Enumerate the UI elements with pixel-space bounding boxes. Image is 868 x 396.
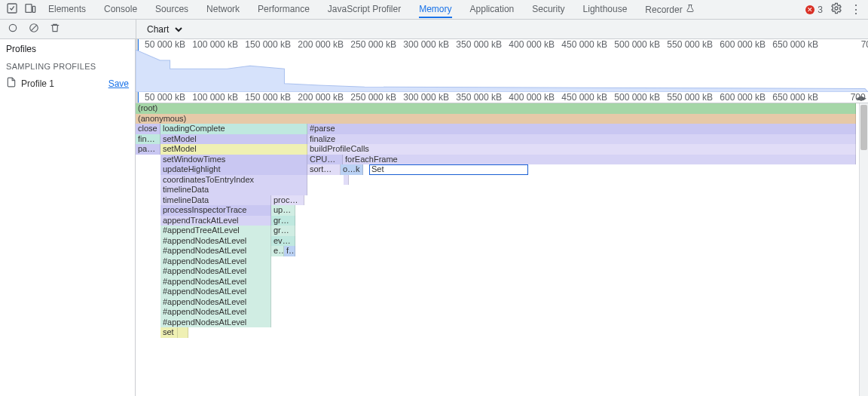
- error-badge[interactable]: ✕ 3: [805, 5, 823, 15]
- flame-row: setWindowTimesCPUP…delforEachFrame: [136, 155, 859, 165]
- ruler-tick: 70: [821, 39, 868, 50]
- flame-bar[interactable]: (anonymous): [136, 114, 856, 124]
- flame-bar[interactable]: buildProfileCalls: [307, 144, 856, 155]
- flame-row: timelineDataproc…ata: [136, 195, 859, 206]
- scrollbar-thumb[interactable]: [860, 105, 867, 150]
- vertical-scrollbar[interactable]: [859, 103, 868, 396]
- tab-sources[interactable]: Sources: [155, 1, 188, 18]
- flame-row: timelineData: [136, 185, 859, 195]
- profiles-sidebar: Profiles SAMPLING PROFILES Profile 1Save: [0, 39, 136, 396]
- flame-bar[interactable]: #appendNodesAtLevel: [160, 307, 271, 318]
- devtools-tabbar: ElementsConsoleSourcesNetworkPerformance…: [0, 0, 868, 20]
- flame-bar[interactable]: sort…ples: [307, 164, 341, 175]
- inspect-icon[interactable]: [6, 2, 18, 17]
- ruler-tick: 100 000 kB: [188, 92, 241, 103]
- flame-bar[interactable]: coordinatesToEntryIndex: [160, 175, 307, 186]
- flame-bar[interactable]: #appendNodesAtLevel: [160, 287, 271, 297]
- flame-row: #appendNodesAtLevel: [136, 307, 859, 318]
- flame-bar[interactable]: #appendNodesAtLevel: [160, 256, 271, 267]
- ruler-tick: 300 000 kB: [399, 39, 452, 50]
- clear-icon[interactable]: [29, 23, 39, 35]
- flame-bar[interactable]: #appendNodesAtLevel: [160, 297, 271, 308]
- flame-bar[interactable]: #appendTreeAtLevel: [160, 226, 271, 236]
- flame-bar[interactable]: processInspectorTrace: [160, 205, 271, 216]
- flame-row: #appendNodesAtLevel: [136, 266, 859, 277]
- flame-bar[interactable]: gro…ts: [271, 216, 295, 226]
- flame-bar[interactable]: #appendNodesAtLevel: [160, 318, 271, 328]
- ruler-tick: 300 000 kB: [399, 92, 452, 103]
- ruler-tick: 200 000 kB: [294, 39, 347, 50]
- flame-bar[interactable]: timelineData: [160, 185, 307, 195]
- ruler-tick: 400 000 kB: [505, 39, 558, 50]
- flame-bar[interactable]: CPUP…del: [307, 155, 343, 165]
- flame-bar[interactable]: timelineData: [160, 195, 271, 206]
- tab-elements[interactable]: Elements: [48, 1, 86, 18]
- record-icon[interactable]: [8, 23, 18, 35]
- device-toggle-icon[interactable]: [24, 2, 36, 17]
- flame-bar[interactable]: #appendNodesAtLevel: [160, 246, 271, 256]
- flame-bar[interactable]: proc…ata: [271, 195, 304, 206]
- profile-save-link[interactable]: Save: [108, 78, 129, 89]
- flame-bar[interactable]: f…r: [284, 246, 295, 256]
- error-count: 3: [818, 5, 823, 15]
- trash-icon[interactable]: [50, 23, 60, 35]
- flame-bar[interactable]: close: [136, 124, 160, 134]
- flame-bar[interactable]: o…k: [341, 164, 363, 175]
- flame-bar[interactable]: Set: [369, 164, 528, 175]
- flame-row: #appendNodesAtLevel: [136, 256, 859, 267]
- overview-graph[interactable]: [136, 50, 868, 92]
- ruler-tick: 600 000 kB: [716, 92, 769, 103]
- tab-recorder[interactable]: Recorder: [645, 1, 694, 18]
- sidebar-group: SAMPLING PROFILES: [0, 59, 135, 74]
- ruler-tick: 550 000 kB: [663, 92, 716, 103]
- flame-row: closeloadingComplete#parse: [136, 124, 859, 134]
- flame-bar[interactable]: #parse: [307, 124, 856, 134]
- flame-row: coordinatesToEntryIndex: [136, 175, 859, 186]
- tab-network[interactable]: Network: [206, 1, 240, 18]
- flame-bar[interactable]: updateHighlight: [160, 164, 307, 175]
- flame-bar[interactable]: setModel: [160, 134, 307, 145]
- flame-bar[interactable]: finalize: [307, 134, 856, 145]
- tab-console[interactable]: Console: [104, 1, 137, 18]
- gear-icon[interactable]: [830, 2, 842, 17]
- flame-bar[interactable]: setWindowTimes: [160, 155, 307, 165]
- tab-memory[interactable]: Memory: [419, 1, 451, 18]
- kebab-menu-icon[interactable]: ⋮: [850, 4, 862, 16]
- flame-bar[interactable]: #appendNodesAtLevel: [160, 277, 271, 287]
- memory-toolbar: Chart: [0, 20, 868, 39]
- flame-chart[interactable]: (root)(anonymous)closeloadingComplete#pa…: [136, 103, 859, 338]
- flame-bar[interactable]: ev…ew: [271, 236, 295, 247]
- flame-row: #appendTreeAtLevelgr…ew: [136, 226, 859, 236]
- flame-bar[interactable]: (root): [136, 103, 856, 114]
- profile-item[interactable]: Profile 1Save: [0, 74, 135, 93]
- flame-bar[interactable]: loadingComplete: [160, 124, 307, 134]
- tab-security[interactable]: Security: [532, 1, 564, 18]
- flame-bar[interactable]: setModel: [160, 144, 307, 155]
- flame-row: (root): [136, 103, 859, 114]
- tab-application[interactable]: Application: [470, 1, 515, 18]
- flame-bar[interactable]: fin…ce: [136, 134, 160, 145]
- flame-bar[interactable]: gr…ew: [271, 226, 295, 236]
- flame-bar[interactable]: #appendNodesAtLevel: [160, 266, 271, 277]
- tab-performance[interactable]: Performance: [258, 1, 310, 18]
- ruler-tick: 400 000 kB: [505, 92, 558, 103]
- tab-javascript-profiler[interactable]: JavaScript Profiler: [328, 1, 401, 18]
- flame-bar[interactable]: #appendNodesAtLevel: [160, 236, 271, 247]
- flame-bar[interactable]: appendTrackAtLevel: [160, 216, 271, 226]
- flame-bar[interactable]: up…up: [271, 205, 295, 216]
- flame-bar[interactable]: [344, 175, 349, 186]
- ruler-tick: 650 000 kB: [769, 39, 821, 50]
- flame-bar[interactable]: set: [160, 327, 178, 338]
- flame-bar[interactable]: [178, 327, 188, 338]
- overview-scroll-arrow[interactable]: ◀▶: [856, 94, 866, 102]
- overview-ruler[interactable]: 50 000 kB100 000 kB150 000 kB200 000 kB2…: [136, 39, 868, 103]
- flame-bar[interactable]: pa…at: [136, 144, 160, 155]
- ruler-tick: 250 000 kB: [347, 39, 399, 50]
- view-mode-select[interactable]: Chart: [141, 22, 185, 37]
- flame-bar[interactable]: forEachFrame: [343, 155, 856, 165]
- flame-bar[interactable]: e…: [271, 246, 284, 256]
- flame-row: appendTrackAtLevelgro…ts: [136, 216, 859, 226]
- svg-point-3: [835, 7, 838, 10]
- tab-lighthouse[interactable]: Lighthouse: [583, 1, 628, 18]
- ruler-tick: 450 000 kB: [558, 92, 610, 103]
